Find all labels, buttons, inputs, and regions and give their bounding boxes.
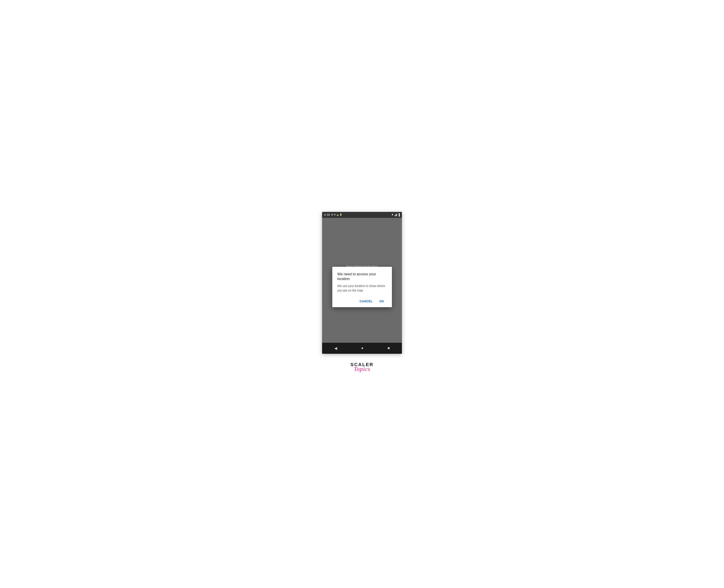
signal-bar-1 (395, 215, 395, 216)
app-content: React Native Geolocation We need to acce… (322, 218, 402, 343)
recents-nav-icon[interactable]: ■ (385, 344, 392, 353)
signal-bars (395, 214, 397, 216)
location-permission-dialog: We need to access your location We use y… (332, 267, 392, 307)
email-icon: ✉ (334, 213, 336, 216)
cancel-button[interactable]: CANCEL (357, 298, 375, 304)
scaler-logo: SCALER Topics (350, 362, 374, 372)
signal-bar-2 (395, 215, 396, 216)
dialog-title: We need to access your location (337, 272, 387, 281)
status-bar: 6:38 ⚙ ✉ ☁ 🔋 ▼ ▐ (322, 212, 402, 218)
phone-wrapper: 6:38 ⚙ ✉ ☁ 🔋 ▼ ▐ Rea (322, 212, 402, 372)
back-nav-icon[interactable]: ◀ (332, 344, 339, 353)
status-time: 6:38 (324, 213, 330, 216)
status-icons: ⚙ ✉ ☁ 🔋 (331, 213, 342, 216)
battery-icon: 🔋 (339, 213, 342, 216)
ok-button[interactable]: OK (377, 298, 387, 304)
status-bar-left: 6:38 ⚙ ✉ ☁ 🔋 (324, 213, 342, 216)
nav-bar: ◀ ● ■ (322, 343, 402, 354)
scaler-brand-bottom: Topics (354, 366, 370, 372)
battery-full-icon: ▐ (398, 213, 400, 216)
home-nav-icon[interactable]: ● (359, 344, 366, 353)
signal-bar-4 (397, 214, 397, 216)
signal-bar-3 (396, 214, 396, 216)
status-bar-right: ▼ ▐ (391, 213, 400, 216)
cloud-icon: ☁ (336, 213, 339, 216)
wifi-icon: ▼ (391, 213, 394, 216)
phone-device: 6:38 ⚙ ✉ ☁ 🔋 ▼ ▐ Rea (322, 212, 402, 354)
gear-icon: ⚙ (331, 213, 333, 216)
dialog-message: We use your location to show where you a… (337, 284, 387, 293)
dialog-actions: CANCEL OK (337, 297, 387, 304)
